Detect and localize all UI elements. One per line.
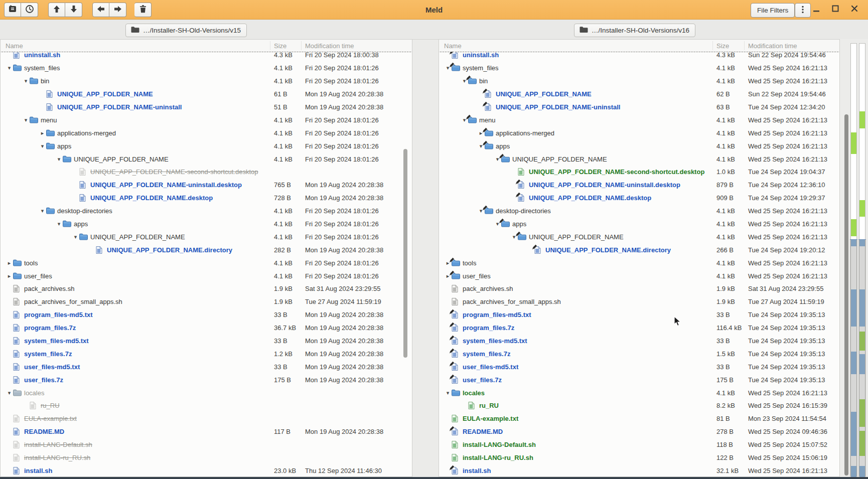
tree-row[interactable]: program_files.7z116.4 kBTue 24 Sep 2024 … [439, 322, 839, 335]
tree-row[interactable]: ▾ locales4.1 kBWed 25 Sep 2024 16:21:13 [439, 386, 839, 399]
tree-row[interactable]: UNIQUE_APP_FOLDER_NAME-uninstall51 BMon … [1, 101, 412, 114]
tree-row[interactable]: README.MD117 BMon 19 Aug 2024 20:28:38 [1, 425, 412, 438]
expander-open-icon[interactable]: ▾ [6, 65, 13, 71]
tree-row[interactable]: ▸ applications-merged4.1 kBWed 25 Sep 20… [439, 126, 839, 139]
tree-row[interactable]: user_files.7z175 BTue 24 Sep 2024 19:35:… [439, 373, 839, 386]
column-header-size[interactable]: Size [716, 40, 729, 52]
arrow-left-button[interactable] [92, 3, 109, 17]
arrow-down-button[interactable] [65, 3, 82, 17]
tree-row[interactable]: install-LANG-ru_RU.sh122 BWed 25 Sep 202… [439, 451, 839, 464]
left-folder-path-button[interactable]: …/Installer-SH-Old-Versions/v15 [125, 24, 247, 37]
expander-closed-icon[interactable]: ▸ [6, 260, 13, 266]
tree-row[interactable]: program_files-md5.txt33 BMon 19 Aug 2024… [1, 308, 412, 322]
expander-closed-icon[interactable]: ▸ [39, 130, 46, 136]
expander-open-icon[interactable]: ▾ [6, 390, 13, 396]
tree-row[interactable]: ▾ apps4.1 kBFri 20 Sep 2024 18:01:26 [1, 218, 412, 231]
tree-row[interactable]: UNIQUE_APP_FOLDER_NAME61 BMon 19 Aug 202… [1, 88, 412, 101]
tree-row[interactable]: ▸ user_files4.1 kBFri 20 Sep 2024 18:01:… [1, 269, 412, 282]
tree-row[interactable]: UNIQUE_APP_FOLDER_NAME.directory282 BMon… [1, 243, 412, 256]
expander-open-icon[interactable]: ▾ [55, 156, 63, 162]
tree-row[interactable]: user_files.7z175 BMon 19 Aug 2024 20:28:… [1, 373, 412, 386]
tree-row[interactable]: ▾ desktop-directories4.1 kBFri 20 Sep 20… [1, 205, 412, 218]
arrow-right-button[interactable] [109, 3, 126, 17]
expander-open-icon[interactable]: ▾ [39, 208, 46, 214]
tree-row[interactable]: EULA-example.txt [1, 412, 412, 425]
tree-row[interactable]: EULA-example.txt81 BMon 23 Sep 2024 11:5… [439, 412, 839, 425]
tree-row[interactable]: README.MD278 BWed 25 Sep 2024 09:46:36 [439, 425, 839, 438]
column-header-name[interactable]: Name [444, 40, 462, 52]
expander-open-icon[interactable]: ▾ [39, 143, 46, 149]
tree-row[interactable]: UNIQUE_APP_FOLDER_NAME.directory266 BTue… [439, 243, 839, 256]
left-pane-scrollbar[interactable] [403, 149, 407, 358]
tree-row[interactable]: system_files-md5.txt33 BMon 19 Aug 2024 … [1, 335, 412, 348]
tree-row[interactable]: user_files-md5.txt33 BTue 24 Sep 2024 19… [439, 360, 839, 373]
expander-open-icon[interactable]: ▾ [72, 234, 79, 240]
column-header-name[interactable]: Name [6, 40, 23, 52]
right-folder-path-button[interactable]: …/Installer-SH-Old-Versions/v16 [574, 24, 695, 37]
maximize-button[interactable] [828, 3, 843, 17]
close-button[interactable] [847, 3, 862, 17]
tree-row[interactable]: ▾ menu4.1 kBWed 25 Sep 2024 16:21:13 [439, 113, 839, 126]
new-comparison-button[interactable] [4, 3, 21, 17]
tree-row[interactable]: ▾ locales [1, 386, 412, 399]
arrow-up-button[interactable] [48, 3, 65, 17]
tree-row[interactable]: ▾ apps4.1 kBWed 25 Sep 2024 16:21:13 [439, 139, 839, 152]
tree-row[interactable]: install-LANG-Default.sh [1, 438, 412, 451]
tree-row[interactable]: ▾ UNIQUE_APP_FOLDER_NAME4.1 kBFri 20 Sep… [1, 152, 412, 166]
tree-row[interactable]: program_files.7z36.7 kBMon 19 Aug 2024 2… [1, 322, 412, 335]
tree-row[interactable]: install-LANG-ru_RU.sh [1, 451, 412, 464]
tree-row[interactable]: pack_archives.sh1.9 kBSat 31 Aug 2024 23… [439, 282, 839, 295]
tree-row[interactable]: ▾ UNIQUE_APP_FOLDER_NAME4.1 kBWed 25 Sep… [439, 230, 839, 243]
file-filters-button[interactable]: File Filters [751, 3, 795, 18]
tree-row[interactable]: system_files.7z1.5 kBTue 24 Sep 2024 19:… [439, 347, 839, 360]
tree-row[interactable]: install.sh32.1 kBWed 25 Sep 2024 16:21:1… [439, 464, 839, 477]
tree-row[interactable]: program_files-md5.txt33 BTue 24 Sep 2024… [439, 308, 839, 322]
tree-row[interactable]: UNIQUE_APP_FOLDER_NAME.desktop909 BTue 2… [439, 192, 839, 205]
diff-map-viewport[interactable] [850, 239, 857, 478]
expander-open-icon[interactable]: ▾ [22, 78, 30, 84]
tree-row[interactable]: pack_archives_for_small_apps.sh1.9 kBTue… [1, 295, 412, 308]
tree-row[interactable]: uninstall.sh4.3 kBSun 22 Sep 2024 19:54:… [439, 52, 839, 62]
tree-row[interactable]: ru_RU8.2 kBWed 25 Sep 2024 16:15:39 [439, 399, 839, 412]
expander-open-icon[interactable]: ▾ [444, 390, 452, 396]
expander-open-icon[interactable]: ▾ [55, 221, 63, 227]
tree-row[interactable]: UNIQUE_APP_FOLDER_NAME62 BSun 22 Sep 202… [439, 88, 839, 101]
tree-row[interactable]: uninstall.sh4.3 kBFri 20 Sep 2024 18:00:… [1, 52, 412, 62]
tree-row[interactable]: UNIQUE_APP_FOLDER_NAME-second-shortcut.d… [1, 166, 412, 179]
tree-row[interactable]: ▾ UNIQUE_APP_FOLDER_NAME4.1 kBFri 20 Sep… [1, 230, 412, 243]
tree-row[interactable]: ▾ system_files4.1 kBWed 25 Sep 2024 16:2… [439, 62, 839, 75]
tree-row[interactable]: UNIQUE_APP_FOLDER_NAME.desktop728 BMon 1… [1, 192, 412, 205]
tree-row[interactable]: system_files-md5.txt33 BTue 24 Sep 2024 … [439, 335, 839, 348]
diff-map-right[interactable] [859, 43, 865, 476]
tree-row[interactable]: ▾ menu4.1 kBFri 20 Sep 2024 18:01:26 [1, 113, 412, 126]
tree-row[interactable]: ▾ apps4.1 kBFri 20 Sep 2024 18:01:26 [1, 139, 412, 152]
tree-row[interactable]: user_files-md5.txt33 BMon 19 Aug 2024 20… [1, 360, 412, 373]
tree-row[interactable]: pack_archives.sh1.9 kBSat 31 Aug 2024 23… [1, 282, 412, 295]
tree-row[interactable]: ▾ UNIQUE_APP_FOLDER_NAME4.1 kBWed 25 Sep… [439, 152, 839, 166]
column-header-mtime[interactable]: Modification time [748, 40, 797, 52]
diff-map-viewport[interactable] [858, 239, 866, 478]
minimize-button[interactable] [809, 3, 824, 17]
trash-button[interactable] [134, 3, 152, 17]
tree-row[interactable]: ▸ applications-merged4.1 kBFri 20 Sep 20… [1, 126, 412, 139]
tree-row[interactable]: install.sh23.0 kBThu 12 Sep 2024 11:46:3… [1, 464, 412, 477]
expander-open-icon[interactable]: ▾ [22, 117, 30, 123]
tree-row[interactable]: ▾ bin4.1 kBWed 25 Sep 2024 16:21:13 [439, 75, 839, 88]
tree-row[interactable]: system_files.7z1.2 kBMon 19 Aug 2024 20:… [1, 347, 412, 360]
tree-row[interactable]: UNIQUE_APP_FOLDER_NAME-second-shortcut.d… [439, 166, 839, 179]
column-header-size[interactable]: Size [274, 40, 286, 52]
tree-row[interactable]: UNIQUE_APP_FOLDER_NAME-uninstall63 BTue … [439, 101, 839, 114]
tree-row[interactable]: UNIQUE_APP_FOLDER_NAME-uninstall.desktop… [439, 179, 839, 192]
tree-row[interactable]: ▾ desktop-directories4.1 kBWed 25 Sep 20… [439, 205, 839, 218]
tree-row[interactable]: ru_RU [1, 399, 412, 412]
right-pane-scrollbar[interactable] [844, 114, 848, 475]
tree-row[interactable]: ▾ apps4.1 kBWed 25 Sep 2024 16:21:13 [439, 218, 839, 231]
expander-closed-icon[interactable]: ▸ [6, 273, 13, 279]
tree-row[interactable]: ▸ tools4.1 kBWed 25 Sep 2024 16:21:13 [439, 256, 839, 269]
column-header-mtime[interactable]: Modification time [305, 40, 354, 52]
tree-row[interactable]: UNIQUE_APP_FOLDER_NAME-uninstall.desktop… [1, 179, 412, 192]
tree-row[interactable]: pack_archives_for_small_apps.sh1.9 kBTue… [439, 295, 839, 308]
tree-row[interactable]: ▾ bin4.1 kBFri 20 Sep 2024 18:01:26 [1, 75, 412, 88]
clock-button[interactable] [21, 3, 38, 17]
tree-row[interactable]: ▸ tools4.1 kBFri 20 Sep 2024 18:01:26 [1, 256, 412, 269]
